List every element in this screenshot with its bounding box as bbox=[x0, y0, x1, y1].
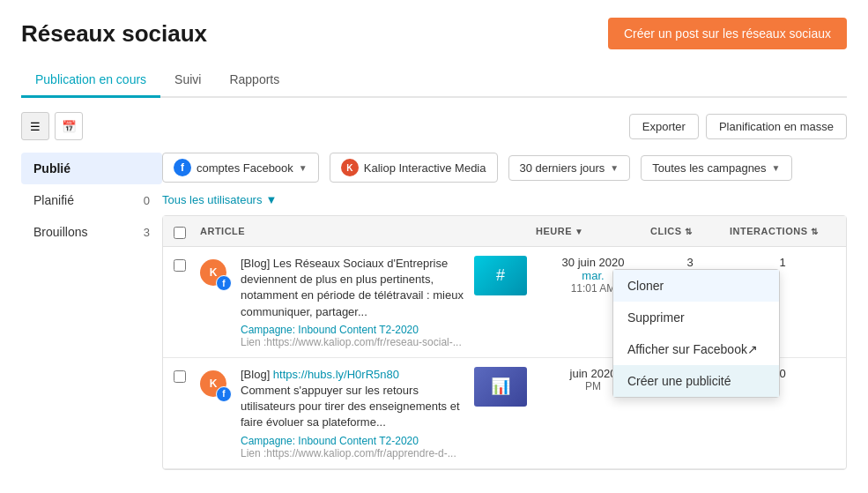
row1-checkbox[interactable] bbox=[174, 259, 186, 272]
period-label: 30 derniers jours bbox=[520, 161, 605, 175]
kaliop-label: Kaliop Interactive Media bbox=[364, 161, 486, 175]
dropdown-item-cloner[interactable]: Cloner bbox=[613, 270, 779, 302]
row2-title-suffix: Comment s'appuyer sur les retours utilis… bbox=[241, 384, 460, 429]
create-post-button[interactable]: Créer un post sur les réseaux sociaux bbox=[608, 18, 847, 49]
users-arrow-icon: ▼ bbox=[265, 193, 277, 206]
header-clics: CLICS ⇅ bbox=[650, 226, 730, 236]
cloner-label: Cloner bbox=[627, 279, 664, 293]
kaliop-filter[interactable]: K Kaliop Interactive Media bbox=[330, 153, 498, 183]
page-container: Réseaux sociaux Créer un post sur les ré… bbox=[0, 0, 868, 493]
sidebar: Publié Planifié 0 Brouillons 3 bbox=[21, 153, 162, 470]
toolbar: ☰ 📅 Exporter Planification en masse bbox=[21, 112, 847, 140]
header-heure: HEURE ▼ bbox=[536, 226, 650, 236]
row2-check bbox=[174, 367, 200, 383]
row1-thumbnail: # bbox=[474, 256, 536, 295]
dropdown-item-supprimer[interactable]: Supprimer bbox=[613, 302, 779, 333]
row2-avatar: K f bbox=[200, 370, 232, 402]
page-header: Réseaux sociaux Créer un post sur les ré… bbox=[21, 18, 847, 49]
clics-sort-icon[interactable]: ⇅ bbox=[685, 227, 693, 236]
sidebar-item-publie[interactable]: Publié bbox=[21, 153, 162, 184]
tab-publication[interactable]: Publication en cours bbox=[21, 63, 160, 98]
export-button[interactable]: Exporter bbox=[629, 114, 699, 139]
view-toggle: ☰ 📅 bbox=[21, 112, 83, 140]
users-label: Tous les utilisateurs bbox=[162, 193, 262, 206]
mass-plan-button[interactable]: Planification en masse bbox=[706, 114, 847, 139]
brouillons-count: 3 bbox=[144, 226, 150, 239]
campaigns-filter[interactable]: Toutes les campagnes ▼ bbox=[641, 155, 791, 181]
campaigns-arrow-icon: ▼ bbox=[772, 163, 781, 173]
row2-avatar-fb: f bbox=[216, 386, 232, 402]
planifie-label: Planifié bbox=[33, 193, 74, 207]
row2-title: [Blog] https://hubs.ly/H0rR5n80 Comment … bbox=[241, 367, 474, 431]
clics-label: CLICS bbox=[650, 226, 682, 236]
table-header: ARTICLE HEURE ▼ CLICS ⇅ INTERACTIONS ⇅ bbox=[163, 216, 846, 247]
campaigns-label: Toutes les campagnes bbox=[652, 161, 766, 175]
calendar-view-button[interactable]: 📅 bbox=[55, 112, 83, 140]
row1-title: [Blog] Les Réseaux Sociaux d'Entreprise … bbox=[241, 256, 474, 320]
kaliop-icon: K bbox=[341, 159, 359, 176]
row1-campaign: Campagne: Inbound Content T2-2020 bbox=[241, 324, 474, 336]
header-check bbox=[174, 223, 200, 239]
list-view-button[interactable]: ☰ bbox=[21, 112, 49, 140]
account-label: comptes Facebook bbox=[197, 161, 293, 175]
main-content: f comptes Facebook ▼ K Kaliop Interactiv… bbox=[162, 153, 847, 470]
row2-text: [Blog] https://hubs.ly/H0rR5n80 Comment … bbox=[241, 367, 474, 459]
row2-link: Lien :https://www.kaliop.com/fr/apprendr… bbox=[241, 447, 474, 459]
filters-row: f comptes Facebook ▼ K Kaliop Interactiv… bbox=[162, 153, 847, 183]
dropdown-item-creer-pub[interactable]: Créer une publicité bbox=[613, 365, 779, 397]
period-arrow-icon: ▼ bbox=[610, 163, 619, 173]
supprimer-label: Supprimer bbox=[627, 310, 685, 325]
tabs-bar: Publication en cours Suivi Rapports bbox=[21, 63, 847, 98]
afficher-fb-label: Afficher sur Facebook↗ bbox=[627, 342, 758, 356]
account-arrow-icon: ▼ bbox=[299, 163, 308, 173]
row1-clics: 3 bbox=[650, 256, 730, 269]
header-article: ARTICLE bbox=[200, 226, 536, 236]
select-all-checkbox[interactable] bbox=[174, 227, 186, 239]
context-dropdown: Cloner Supprimer Afficher sur Facebook↗ … bbox=[612, 269, 780, 398]
row2-title-link[interactable]: https://hubs.ly/H0rR5n80 bbox=[273, 368, 399, 381]
heure-sort-icon[interactable]: ▼ bbox=[575, 227, 583, 236]
facebook-icon: f bbox=[174, 159, 191, 176]
tab-suivi[interactable]: Suivi bbox=[160, 63, 215, 98]
period-filter[interactable]: 30 derniers jours ▼ bbox=[508, 155, 631, 181]
planifie-count: 0 bbox=[144, 194, 150, 207]
row1-date-text: 30 juin 2020 bbox=[536, 256, 650, 269]
row1-avatar-fb: f bbox=[216, 275, 232, 291]
users-filter[interactable]: Tous les utilisateurs ▼ bbox=[162, 193, 277, 206]
interactions-sort-icon[interactable]: ⇅ bbox=[811, 227, 819, 236]
dropdown-item-afficher-fb[interactable]: Afficher sur Facebook↗ bbox=[613, 333, 779, 365]
row1-link: Lien :https://www.kaliop.com/fr/reseau-s… bbox=[241, 336, 474, 348]
toolbar-actions: Exporter Planification en masse bbox=[629, 114, 847, 139]
row1-thumb-image: # bbox=[474, 256, 527, 295]
row2-checkbox[interactable] bbox=[174, 370, 186, 383]
brouillons-label: Brouillons bbox=[33, 225, 87, 239]
row2-thumbnail: 📊 bbox=[474, 367, 536, 407]
row2-campaign: Campagne: Inbound Content T2-2020 bbox=[241, 435, 474, 447]
row2-thumb-image: 📊 bbox=[474, 367, 527, 407]
row1-interactions: 1 bbox=[730, 256, 835, 269]
sidebar-item-planifie[interactable]: Planifié 0 bbox=[21, 184, 162, 216]
row2-article: K f [Blog] https://hubs.ly/H0rR5n80 Comm… bbox=[200, 367, 474, 459]
row1-avatar: K f bbox=[200, 259, 232, 291]
content-area: Publié Planifié 0 Brouillons 3 f comptes… bbox=[21, 153, 847, 470]
account-filter[interactable]: f comptes Facebook ▼ bbox=[162, 153, 319, 183]
sub-filters: Tous les utilisateurs ▼ bbox=[162, 193, 847, 206]
row1-text: [Blog] Les Réseaux Sociaux d'Entreprise … bbox=[241, 256, 474, 348]
header-interactions: INTERACTIONS ⇅ bbox=[730, 226, 835, 236]
creer-pub-label: Créer une publicité bbox=[627, 374, 731, 388]
list-icon: ☰ bbox=[30, 120, 41, 133]
interactions-label: INTERACTIONS bbox=[730, 226, 808, 236]
calendar-icon: 📅 bbox=[62, 120, 77, 133]
tab-rapports[interactable]: Rapports bbox=[215, 63, 293, 98]
row1-article: K f [Blog] Les Réseaux Sociaux d'Entrepr… bbox=[200, 256, 474, 348]
row1-check bbox=[174, 256, 200, 272]
page-title: Réseaux sociaux bbox=[21, 20, 207, 48]
articles-table: ARTICLE HEURE ▼ CLICS ⇅ INTERACTIONS ⇅ bbox=[162, 215, 847, 470]
heure-label: HEURE bbox=[536, 226, 572, 236]
publie-label: Publié bbox=[33, 161, 70, 176]
sidebar-item-brouillons[interactable]: Brouillons 3 bbox=[21, 216, 162, 248]
